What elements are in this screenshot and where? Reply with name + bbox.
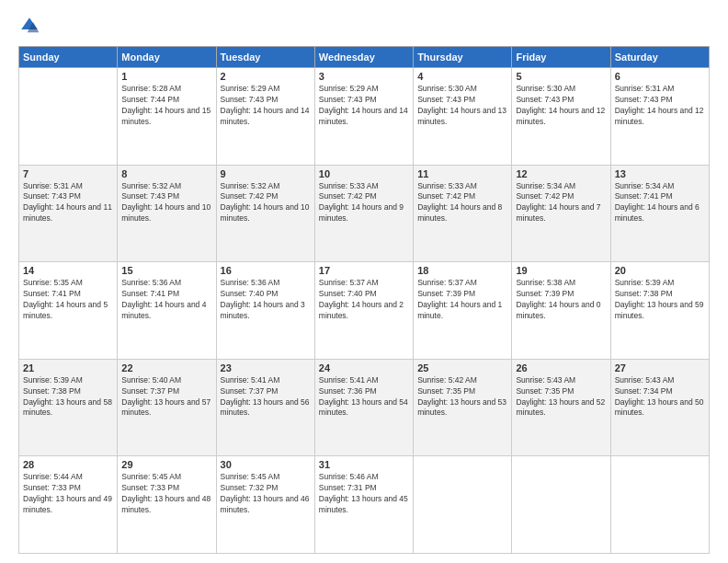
day-info: Sunrise: 5:36 AMSunset: 7:41 PMDaylight:…	[121, 278, 211, 322]
header	[18, 15, 710, 37]
day-number: 4	[417, 71, 507, 82]
weekday-header-saturday: Saturday	[610, 47, 709, 68]
day-info: Sunrise: 5:28 AMSunset: 7:44 PMDaylight:…	[121, 84, 211, 128]
calendar-cell: 17Sunrise: 5:37 AMSunset: 7:40 PMDayligh…	[314, 262, 413, 360]
calendar-cell: 7Sunrise: 5:31 AMSunset: 7:43 PMDaylight…	[19, 165, 118, 262]
calendar-header: SundayMondayTuesdayWednesdayThursdayFrid…	[19, 47, 710, 68]
day-number: 29	[121, 459, 211, 470]
day-number: 22	[121, 362, 211, 373]
day-info: Sunrise: 5:35 AMSunset: 7:41 PMDaylight:…	[23, 278, 113, 322]
page: SundayMondayTuesdayWednesdayThursdayFrid…	[0, 0, 728, 563]
calendar-cell: 2Sunrise: 5:29 AMSunset: 7:43 PMDaylight…	[216, 68, 314, 166]
day-number: 20	[615, 265, 705, 276]
day-info: Sunrise: 5:41 AMSunset: 7:36 PMDaylight:…	[319, 375, 409, 419]
weekday-row: SundayMondayTuesdayWednesdayThursdayFrid…	[19, 47, 710, 68]
day-info: Sunrise: 5:31 AMSunset: 7:43 PMDaylight:…	[615, 84, 705, 128]
day-info: Sunrise: 5:32 AMSunset: 7:43 PMDaylight:…	[121, 181, 211, 225]
day-info: Sunrise: 5:37 AMSunset: 7:40 PMDaylight:…	[319, 278, 409, 322]
day-info: Sunrise: 5:34 AMSunset: 7:41 PMDaylight:…	[615, 181, 705, 225]
weekday-header-monday: Monday	[118, 47, 216, 68]
day-info: Sunrise: 5:29 AMSunset: 7:43 PMDaylight:…	[319, 84, 409, 128]
logo	[18, 15, 44, 37]
day-number: 15	[121, 265, 211, 276]
calendar-cell: 11Sunrise: 5:33 AMSunset: 7:42 PMDayligh…	[414, 165, 512, 262]
day-info: Sunrise: 5:41 AMSunset: 7:37 PMDaylight:…	[221, 375, 311, 419]
calendar-cell: 1Sunrise: 5:28 AMSunset: 7:44 PMDaylight…	[118, 68, 216, 166]
week-row-5: 28Sunrise: 5:44 AMSunset: 7:33 PMDayligh…	[19, 456, 710, 554]
day-number: 24	[319, 362, 409, 373]
calendar-cell: 14Sunrise: 5:35 AMSunset: 7:41 PMDayligh…	[19, 262, 118, 360]
calendar-cell: 31Sunrise: 5:46 AMSunset: 7:31 PMDayligh…	[314, 456, 413, 554]
calendar-cell: 27Sunrise: 5:43 AMSunset: 7:34 PMDayligh…	[610, 359, 709, 456]
calendar-cell	[512, 456, 610, 554]
weekday-header-thursday: Thursday	[414, 47, 512, 68]
day-info: Sunrise: 5:38 AMSunset: 7:39 PMDaylight:…	[516, 278, 606, 322]
day-number: 1	[121, 71, 211, 82]
day-number: 10	[319, 168, 409, 179]
calendar-cell	[414, 456, 512, 554]
calendar-cell: 21Sunrise: 5:39 AMSunset: 7:38 PMDayligh…	[19, 359, 118, 456]
day-number: 27	[615, 362, 705, 373]
calendar-cell: 4Sunrise: 5:30 AMSunset: 7:43 PMDaylight…	[414, 68, 512, 166]
calendar-cell: 5Sunrise: 5:30 AMSunset: 7:43 PMDaylight…	[512, 68, 610, 166]
calendar-cell: 24Sunrise: 5:41 AMSunset: 7:36 PMDayligh…	[314, 359, 413, 456]
day-number: 8	[121, 168, 211, 179]
calendar-cell	[610, 456, 709, 554]
calendar-cell: 10Sunrise: 5:33 AMSunset: 7:42 PMDayligh…	[314, 165, 413, 262]
calendar-cell: 20Sunrise: 5:39 AMSunset: 7:38 PMDayligh…	[610, 262, 709, 360]
day-number: 3	[319, 71, 409, 82]
week-row-2: 7Sunrise: 5:31 AMSunset: 7:43 PMDaylight…	[19, 165, 710, 262]
calendar-cell: 29Sunrise: 5:45 AMSunset: 7:33 PMDayligh…	[118, 456, 216, 554]
day-info: Sunrise: 5:39 AMSunset: 7:38 PMDaylight:…	[23, 375, 113, 419]
calendar-cell	[19, 68, 118, 166]
weekday-header-sunday: Sunday	[19, 47, 118, 68]
calendar-cell: 28Sunrise: 5:44 AMSunset: 7:33 PMDayligh…	[19, 456, 118, 554]
day-number: 11	[417, 168, 507, 179]
week-row-4: 21Sunrise: 5:39 AMSunset: 7:38 PMDayligh…	[19, 359, 710, 456]
day-info: Sunrise: 5:43 AMSunset: 7:35 PMDaylight:…	[516, 375, 606, 419]
day-number: 12	[516, 168, 606, 179]
calendar-cell: 13Sunrise: 5:34 AMSunset: 7:41 PMDayligh…	[610, 165, 709, 262]
day-info: Sunrise: 5:37 AMSunset: 7:39 PMDaylight:…	[417, 278, 507, 322]
day-number: 31	[319, 459, 409, 470]
calendar-cell: 18Sunrise: 5:37 AMSunset: 7:39 PMDayligh…	[414, 262, 512, 360]
day-number: 26	[516, 362, 606, 373]
day-info: Sunrise: 5:30 AMSunset: 7:43 PMDaylight:…	[417, 84, 507, 128]
calendar-body: 1Sunrise: 5:28 AMSunset: 7:44 PMDaylight…	[19, 68, 710, 554]
day-number: 9	[221, 168, 311, 179]
day-info: Sunrise: 5:45 AMSunset: 7:32 PMDaylight:…	[221, 472, 311, 516]
day-info: Sunrise: 5:40 AMSunset: 7:37 PMDaylight:…	[121, 375, 211, 419]
calendar-cell: 26Sunrise: 5:43 AMSunset: 7:35 PMDayligh…	[512, 359, 610, 456]
day-info: Sunrise: 5:36 AMSunset: 7:40 PMDaylight:…	[221, 278, 311, 322]
day-number: 21	[23, 362, 113, 373]
day-number: 25	[417, 362, 507, 373]
day-number: 5	[516, 71, 606, 82]
calendar-cell: 3Sunrise: 5:29 AMSunset: 7:43 PMDaylight…	[314, 68, 413, 166]
calendar-cell: 22Sunrise: 5:40 AMSunset: 7:37 PMDayligh…	[118, 359, 216, 456]
day-number: 23	[221, 362, 311, 373]
day-number: 6	[615, 71, 705, 82]
day-info: Sunrise: 5:29 AMSunset: 7:43 PMDaylight:…	[221, 84, 311, 128]
calendar-cell: 16Sunrise: 5:36 AMSunset: 7:40 PMDayligh…	[216, 262, 314, 360]
day-info: Sunrise: 5:43 AMSunset: 7:34 PMDaylight:…	[615, 375, 705, 419]
day-info: Sunrise: 5:33 AMSunset: 7:42 PMDaylight:…	[417, 181, 507, 225]
day-info: Sunrise: 5:44 AMSunset: 7:33 PMDaylight:…	[23, 472, 113, 516]
calendar-cell: 25Sunrise: 5:42 AMSunset: 7:35 PMDayligh…	[414, 359, 512, 456]
logo-icon	[18, 15, 40, 37]
calendar-table: SundayMondayTuesdayWednesdayThursdayFrid…	[18, 46, 710, 554]
calendar-cell: 23Sunrise: 5:41 AMSunset: 7:37 PMDayligh…	[216, 359, 314, 456]
week-row-1: 1Sunrise: 5:28 AMSunset: 7:44 PMDaylight…	[19, 68, 710, 166]
calendar-cell: 9Sunrise: 5:32 AMSunset: 7:42 PMDaylight…	[216, 165, 314, 262]
week-row-3: 14Sunrise: 5:35 AMSunset: 7:41 PMDayligh…	[19, 262, 710, 360]
weekday-header-friday: Friday	[512, 47, 610, 68]
day-number: 18	[417, 265, 507, 276]
day-info: Sunrise: 5:42 AMSunset: 7:35 PMDaylight:…	[417, 375, 507, 419]
day-info: Sunrise: 5:39 AMSunset: 7:38 PMDaylight:…	[615, 278, 705, 322]
day-number: 19	[516, 265, 606, 276]
weekday-header-tuesday: Tuesday	[216, 47, 314, 68]
day-number: 7	[23, 168, 113, 179]
day-info: Sunrise: 5:33 AMSunset: 7:42 PMDaylight:…	[319, 181, 409, 225]
calendar-cell: 8Sunrise: 5:32 AMSunset: 7:43 PMDaylight…	[118, 165, 216, 262]
day-number: 13	[615, 168, 705, 179]
day-number: 16	[221, 265, 311, 276]
